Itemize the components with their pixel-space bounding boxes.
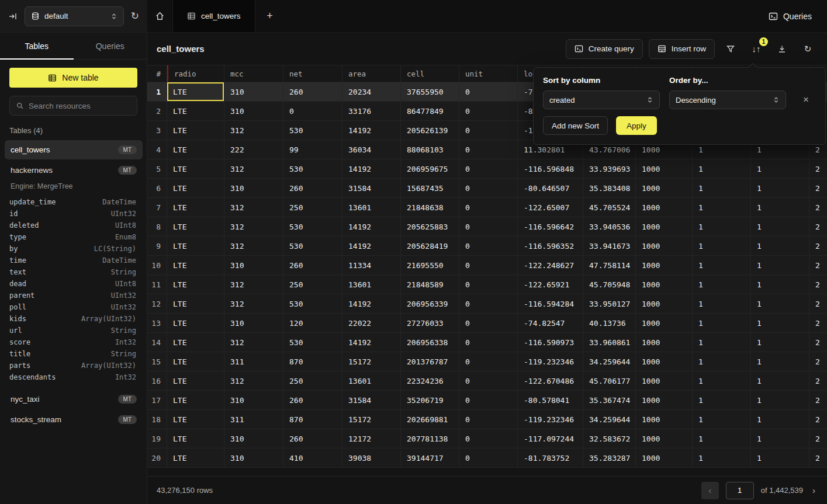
cell[interactable]: LTE bbox=[167, 140, 224, 159]
cell[interactable]: 312 bbox=[224, 371, 283, 390]
collapse-sidebar-button[interactable] bbox=[8, 12, 18, 21]
row-index[interactable]: 1 bbox=[147, 82, 167, 101]
table-row[interactable]: 18LTE311870151722026698810-119.23234634.… bbox=[147, 410, 827, 429]
cell[interactable]: 260 bbox=[283, 429, 342, 448]
cell[interactable]: 0 bbox=[459, 256, 518, 274]
row-index[interactable]: 17 bbox=[147, 391, 167, 409]
sort-button[interactable]: ↓↑ 1 bbox=[746, 39, 766, 59]
queries-button[interactable]: Queries bbox=[753, 0, 827, 32]
cell[interactable]: 1000 bbox=[636, 429, 693, 448]
row-index[interactable]: 20 bbox=[147, 449, 167, 467]
cell[interactable]: LTE bbox=[167, 391, 224, 409]
column-header-cell[interactable]: cell bbox=[401, 65, 459, 82]
cell[interactable]: 1000 bbox=[636, 179, 693, 197]
cell[interactable]: 1000 bbox=[636, 275, 693, 294]
cell[interactable]: 12172 bbox=[342, 429, 401, 448]
cell[interactable]: 1 bbox=[693, 314, 751, 332]
cell[interactable]: -116.596848 bbox=[518, 159, 583, 178]
cell[interactable]: 99 bbox=[283, 140, 342, 159]
cell[interactable]: LTE bbox=[167, 159, 224, 178]
new-table-button[interactable]: New table bbox=[9, 68, 137, 88]
cell[interactable]: LTE bbox=[167, 352, 224, 371]
cell[interactable]: 22324236 bbox=[401, 371, 459, 390]
insert-row-button[interactable]: Insert row bbox=[649, 39, 715, 59]
cell[interactable]: LTE bbox=[167, 256, 224, 274]
cell[interactable]: LTE bbox=[167, 237, 224, 255]
table-row[interactable]: 9LTE312530141922056284190-116.59635233.9… bbox=[147, 237, 827, 256]
cell[interactable]: 250 bbox=[283, 275, 342, 294]
cell[interactable]: 530 bbox=[283, 333, 342, 352]
cell[interactable]: 310 bbox=[224, 82, 283, 101]
cell[interactable]: -122.65921 bbox=[518, 275, 583, 294]
cell[interactable]: 2 bbox=[809, 275, 827, 294]
column-header-#[interactable]: # bbox=[147, 65, 167, 82]
cell[interactable]: 0 bbox=[459, 159, 518, 178]
cell[interactable]: 120 bbox=[283, 314, 342, 332]
cell[interactable]: -80.646507 bbox=[518, 179, 583, 197]
table-row[interactable]: 13LTE31012022022272760330-74.8254740.137… bbox=[147, 314, 827, 333]
cell[interactable]: 310 bbox=[224, 256, 283, 274]
cell[interactable]: 1 bbox=[693, 217, 751, 236]
cell[interactable]: LTE bbox=[167, 333, 224, 352]
cell[interactable]: 1 bbox=[693, 294, 751, 313]
cell[interactable]: 1 bbox=[751, 333, 809, 352]
cell[interactable]: 530 bbox=[283, 294, 342, 313]
cell[interactable]: LTE bbox=[167, 449, 224, 467]
cell[interactable]: LTE bbox=[167, 410, 224, 429]
cell[interactable]: 14192 bbox=[342, 333, 401, 352]
cell[interactable]: 312 bbox=[224, 333, 283, 352]
row-index[interactable]: 5 bbox=[147, 159, 167, 178]
row-index[interactable]: 18 bbox=[147, 410, 167, 429]
cell[interactable]: 222 bbox=[224, 140, 283, 159]
cell[interactable]: 1 bbox=[693, 237, 751, 255]
cell[interactable]: LTE bbox=[167, 217, 224, 236]
cell[interactable]: LTE bbox=[167, 371, 224, 390]
cell[interactable]: -122.670486 bbox=[518, 371, 583, 390]
cell[interactable]: 20234 bbox=[342, 82, 401, 101]
row-index[interactable]: 14 bbox=[147, 333, 167, 352]
cell[interactable]: 205628419 bbox=[401, 237, 459, 255]
cell[interactable]: 0 bbox=[283, 102, 342, 120]
cell[interactable]: 1 bbox=[693, 449, 751, 467]
cell[interactable]: 260 bbox=[283, 256, 342, 274]
cell[interactable]: 1 bbox=[751, 314, 809, 332]
cell[interactable]: 530 bbox=[283, 237, 342, 255]
cell[interactable]: 33.941673 bbox=[583, 237, 636, 255]
cell[interactable]: 1000 bbox=[636, 391, 693, 409]
row-index[interactable]: 6 bbox=[147, 179, 167, 197]
cell[interactable]: 0 bbox=[459, 82, 518, 101]
cell[interactable]: 0 bbox=[459, 140, 518, 159]
cell[interactable]: LTE bbox=[167, 82, 224, 101]
cell[interactable]: 35.283287 bbox=[583, 449, 636, 467]
cell[interactable]: 33.939693 bbox=[583, 159, 636, 178]
download-button[interactable] bbox=[772, 39, 792, 59]
cell[interactable]: 1 bbox=[751, 256, 809, 274]
cell[interactable]: 15172 bbox=[342, 410, 401, 429]
cell[interactable]: 1 bbox=[693, 198, 751, 217]
row-index[interactable]: 19 bbox=[147, 429, 167, 448]
cell[interactable]: 47.758114 bbox=[583, 256, 636, 274]
cell[interactable]: 1000 bbox=[636, 198, 693, 217]
cell[interactable]: 0 bbox=[459, 237, 518, 255]
cell[interactable]: 13601 bbox=[342, 275, 401, 294]
table-row[interactable]: 14LTE312530141922069563380-116.59097333.… bbox=[147, 333, 827, 352]
cell[interactable]: 310 bbox=[224, 449, 283, 467]
cell[interactable]: 34.259644 bbox=[583, 352, 636, 371]
row-index[interactable]: 3 bbox=[147, 121, 167, 140]
cell[interactable]: 870 bbox=[283, 352, 342, 371]
cell[interactable]: 0 bbox=[459, 429, 518, 448]
cell[interactable]: 1 bbox=[751, 294, 809, 313]
cell[interactable]: 39144717 bbox=[401, 449, 459, 467]
cell[interactable]: 0 bbox=[459, 275, 518, 294]
cell[interactable]: -117.097244 bbox=[518, 429, 583, 448]
cell[interactable]: 2 bbox=[809, 256, 827, 274]
cell[interactable]: 2 bbox=[809, 429, 827, 448]
cell[interactable]: 312 bbox=[224, 121, 283, 140]
cell[interactable]: 1 bbox=[693, 352, 751, 371]
table-row[interactable]: 8LTE312530141922056258830-116.59664233.9… bbox=[147, 217, 827, 237]
cell[interactable]: 250 bbox=[283, 371, 342, 390]
cell[interactable]: 0 bbox=[459, 217, 518, 236]
cell[interactable]: 1 bbox=[751, 352, 809, 371]
apply-sort-button[interactable]: Apply bbox=[616, 116, 657, 135]
cell[interactable]: 33176 bbox=[342, 102, 401, 120]
